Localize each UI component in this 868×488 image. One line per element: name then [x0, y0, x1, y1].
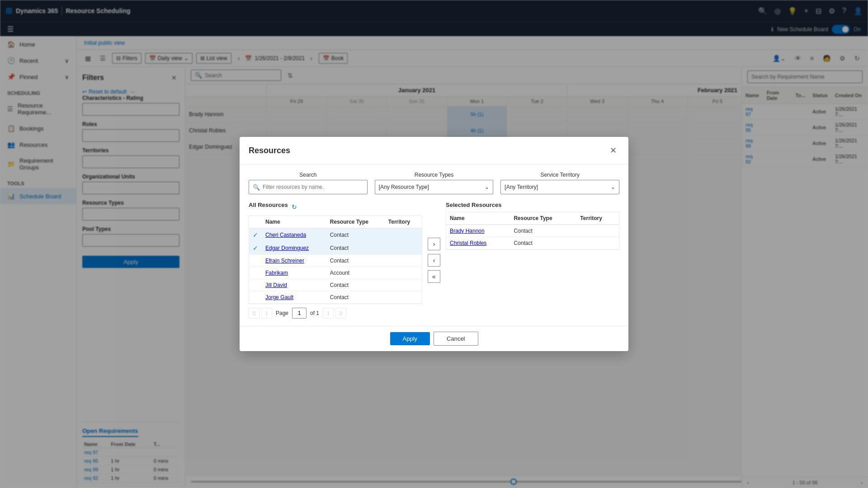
transfer-controls: › ‹ « — [422, 202, 446, 319]
resource-territory-cell — [385, 242, 422, 255]
all-resources-table-scroll[interactable]: Name Resource Type Territory ✓ Cheri Cas… — [249, 216, 422, 304]
chevron-down-icon: ⌄ — [485, 184, 489, 190]
sel-resource-type-cell: Contact — [510, 237, 576, 249]
list-item[interactable]: ✓ Cheri Castaneda Contact — [249, 228, 422, 242]
checkmark-icon: ✓ — [253, 231, 258, 239]
selected-resources-title: Selected Resources — [446, 202, 619, 208]
resource-type-cell: Contact — [326, 279, 385, 291]
first-page-button[interactable]: ⟨⟨ — [249, 308, 259, 319]
sel-resource-name-cell: Brady Hannon — [446, 225, 510, 237]
resource-name-cell: Jill David — [262, 279, 326, 291]
list-item[interactable]: Fabrikam Account — [249, 267, 422, 279]
resource-search-input[interactable] — [263, 184, 363, 190]
cancel-button[interactable]: Cancel — [434, 332, 478, 346]
service-territory-value: [Any Territory] — [505, 184, 538, 190]
modal-title: Resources — [249, 146, 290, 155]
resource-territory-cell — [385, 279, 422, 291]
resource-territory-cell — [385, 255, 422, 267]
resources-split-area: All Resources ↻ Name Resource Type Terri… — [249, 202, 619, 319]
list-item[interactable]: ✓ Edgar Dominguez Contact — [249, 242, 422, 255]
resource-type-cell: Account — [326, 267, 385, 279]
search-group-label: Search — [249, 172, 368, 178]
sel-resource-type-cell: Contact — [510, 225, 576, 237]
list-item[interactable]: Jorge Gault Contact — [249, 291, 422, 304]
row-check — [249, 279, 262, 291]
resource-territory-cell — [385, 291, 422, 304]
page-of-label: of 1 — [310, 310, 319, 316]
all-resources-title: All Resources — [249, 202, 288, 208]
resource-type-cell: Contact — [326, 228, 385, 242]
move-all-left-button[interactable]: « — [428, 270, 440, 283]
refresh-icon[interactable]: ↻ — [292, 203, 297, 211]
row-check: ✓ — [249, 228, 262, 242]
resource-name-cell: Edgar Dominguez — [262, 242, 326, 255]
next-page-button[interactable]: ⟩ — [323, 308, 334, 319]
modal-header: Resources ✕ — [240, 137, 628, 164]
modal-close-button[interactable]: ✕ — [607, 144, 619, 157]
prev-page-button[interactable]: ⟨ — [261, 308, 272, 319]
chevron-down-icon-2: ⌄ — [611, 184, 615, 190]
resource-types-label: Resource Types — [375, 172, 494, 178]
resource-name-cell: Cheri Castaneda — [262, 228, 326, 242]
selected-resources-table-scroll[interactable]: Name Resource Type Territory Brady Hanno… — [446, 212, 619, 250]
last-page-button[interactable]: ⟩⟩ — [335, 308, 346, 319]
resource-type-value: [Any Resource Type] — [379, 184, 429, 190]
sel-resource-territory-cell — [576, 225, 619, 237]
row-check — [249, 267, 262, 279]
sel-col-name: Name — [446, 212, 510, 225]
modal-body: Search 🔍 Resource Types [Any Resource Ty… — [240, 164, 628, 326]
resource-name-cell: Efrain Schreiner — [262, 255, 326, 267]
page-number-input[interactable] — [292, 308, 307, 319]
service-territory-select[interactable]: [Any Territory] ⌄ — [500, 180, 619, 194]
all-resources-section: All Resources ↻ Name Resource Type Terri… — [249, 202, 422, 319]
resource-type-cell: Contact — [326, 242, 385, 255]
resource-name-cell: Jorge Gault — [262, 291, 326, 304]
resource-territory-cell — [385, 267, 422, 279]
sel-col-territory: Territory — [576, 212, 619, 225]
page-label: Page — [276, 310, 288, 316]
selected-resources-section: Selected Resources Name Resource Type Te… — [446, 202, 619, 319]
move-left-button[interactable]: ‹ — [428, 254, 440, 267]
resource-type-cell: Contact — [326, 255, 385, 267]
move-right-button[interactable]: › — [428, 238, 440, 250]
modal-filter-row: Search 🔍 Resource Types [Any Resource Ty… — [249, 172, 619, 194]
list-item[interactable]: Brady Hannon Contact — [446, 225, 619, 237]
row-check — [249, 255, 262, 267]
list-item[interactable]: Jill David Contact — [249, 279, 422, 291]
search-icon: 🔍 — [253, 184, 260, 191]
resources-modal: Resources ✕ Search 🔍 Resource Types [Any… — [240, 137, 628, 351]
row-check: ✓ — [249, 242, 262, 255]
service-territory-filter-group: Service Territory [Any Territory] ⌄ — [500, 172, 619, 194]
resource-type-select[interactable]: [Any Resource Type] ⌄ — [375, 180, 494, 194]
all-resources-table: Name Resource Type Territory ✓ Cheri Cas… — [249, 216, 422, 304]
col-territory: Territory — [385, 216, 422, 228]
checkmark-icon: ✓ — [253, 244, 258, 252]
apply-button[interactable]: Apply — [390, 332, 430, 345]
resource-type-cell: Contact — [326, 291, 385, 304]
service-territory-label: Service Territory — [500, 172, 619, 178]
search-filter-input-wrapper: 🔍 — [249, 180, 368, 194]
list-item[interactable]: Efrain Schreiner Contact — [249, 255, 422, 267]
sel-resource-name-cell: Christal Robles — [446, 237, 510, 249]
list-item[interactable]: Christal Robles Contact — [446, 237, 619, 249]
row-check — [249, 291, 262, 304]
resource-name-cell: Fabrikam — [262, 267, 326, 279]
sel-resource-territory-cell — [576, 237, 619, 249]
sel-col-resource-type: Resource Type — [510, 212, 576, 225]
resource-territory-cell — [385, 228, 422, 242]
modal-footer: Apply Cancel — [240, 326, 628, 351]
selected-resources-table: Name Resource Type Territory Brady Hanno… — [446, 212, 619, 249]
resource-type-filter-group: Resource Types [Any Resource Type] ⌄ — [375, 172, 494, 194]
search-filter-group: Search 🔍 — [249, 172, 368, 194]
col-name: Name — [262, 216, 326, 228]
col-check — [249, 216, 262, 228]
table-pagination: ⟨⟨ ⟨ Page of 1 ⟩ ⟩⟩ — [249, 308, 422, 319]
col-resource-type: Resource Type — [326, 216, 385, 228]
